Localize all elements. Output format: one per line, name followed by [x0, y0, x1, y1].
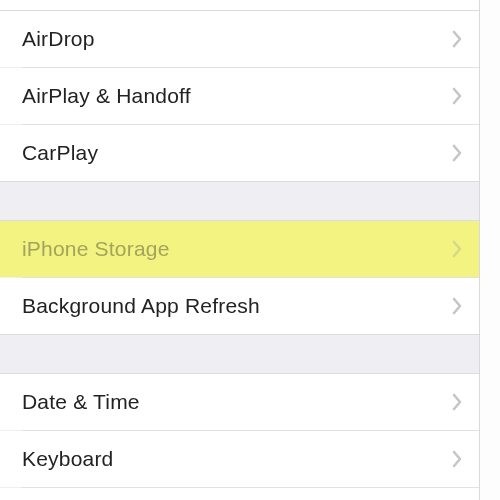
chevron-right-icon — [452, 87, 462, 105]
row-airplay-handoff[interactable]: AirPlay & Handoff — [0, 68, 480, 124]
row-background-app-refresh[interactable]: Background App Refresh — [0, 278, 480, 334]
row-label: AirDrop — [22, 27, 452, 51]
row-iphone-storage[interactable]: iPhone Storage — [0, 221, 480, 277]
row-label: Background App Refresh — [22, 294, 452, 318]
settings-list: AirDrop AirPlay & Handoff CarPlay iPhone… — [0, 0, 480, 500]
row-keyboard[interactable]: Keyboard — [0, 431, 480, 487]
section-gap — [0, 334, 480, 374]
scrollbar-track[interactable] — [480, 0, 500, 500]
row-label: AirPlay & Handoff — [22, 84, 452, 108]
section-gap — [0, 181, 480, 221]
row-date-time[interactable]: Date & Time — [0, 374, 480, 430]
chevron-right-icon — [452, 144, 462, 162]
chevron-right-icon — [452, 297, 462, 315]
row-fonts[interactable]: Fonts — [0, 488, 480, 500]
chevron-right-icon — [452, 30, 462, 48]
row-label: iPhone Storage — [22, 237, 452, 261]
row-carplay[interactable]: CarPlay — [0, 125, 480, 181]
row-label: Date & Time — [22, 390, 452, 414]
row-label: CarPlay — [22, 141, 452, 165]
chevron-right-icon — [452, 240, 462, 258]
chevron-right-icon — [452, 450, 462, 468]
row-label: Keyboard — [22, 447, 452, 471]
partial-cell-top — [0, 0, 480, 10]
chevron-right-icon — [452, 393, 462, 411]
row-airdrop[interactable]: AirDrop — [0, 11, 480, 67]
